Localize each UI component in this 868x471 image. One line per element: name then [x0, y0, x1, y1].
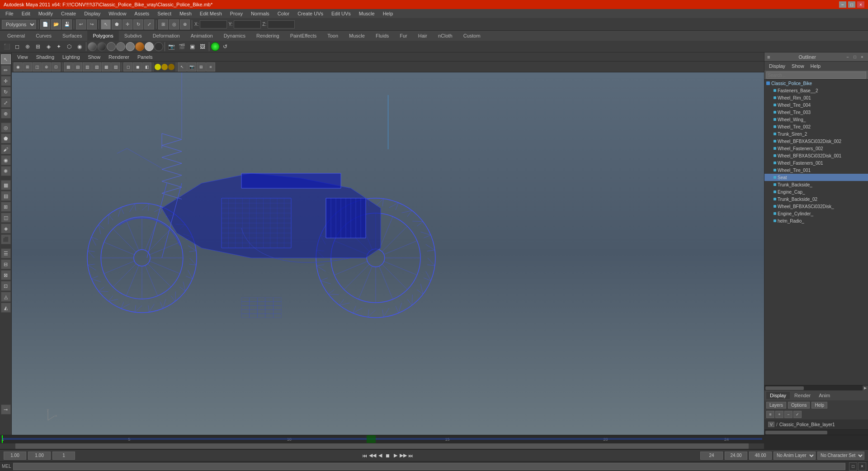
outliner-minimize[interactable]: −: [844, 54, 851, 60]
redo-btn[interactable]: ↪: [87, 19, 97, 29]
icon-select7[interactable]: ⬡: [64, 42, 74, 52]
tab-general[interactable]: General: [2, 31, 30, 41]
outliner-item-6[interactable]: Wheel_Tire_002: [764, 123, 868, 130]
menu-file[interactable]: File: [2, 10, 17, 17]
tab-custom[interactable]: Custom: [458, 31, 486, 41]
outliner-item-19[interactable]: helm_Radio_: [764, 217, 868, 224]
char-set-select[interactable]: No Character Set: [817, 452, 864, 460]
vp-menu-panels[interactable]: Panels: [134, 53, 156, 61]
outliner-item-12[interactable]: Wheel_Tire_001: [764, 167, 868, 174]
icon-cam1[interactable]: 📷: [166, 42, 176, 52]
menu-select[interactable]: Select: [154, 10, 175, 17]
outliner-item-4[interactable]: Wheel_Tire_003: [764, 109, 868, 116]
light-icon1[interactable]: [155, 64, 161, 70]
right-panel-hscroll[interactable]: [764, 429, 868, 435]
menu-proxy[interactable]: Proxy: [226, 10, 246, 17]
next-frame-btn[interactable]: ▶▶: [400, 452, 407, 459]
paint-btn[interactable]: 🖌: [1, 144, 11, 154]
uv-editor-btn[interactable]: ◫: [1, 213, 11, 223]
outliner-item-10[interactable]: Wheel_BFBXASCi032Disk_001: [764, 152, 868, 159]
vp-icon7[interactable]: ▤: [73, 62, 82, 71]
rotate-tool[interactable]: ↻: [133, 19, 143, 29]
mel-icon1[interactable]: □: [849, 462, 857, 471]
misc-btn4[interactable]: ⊡: [1, 281, 11, 291]
menu-muscle[interactable]: Muscle: [355, 10, 378, 17]
tab-curves[interactable]: Curves: [30, 31, 57, 41]
misc-btn1[interactable]: ☰: [1, 248, 11, 258]
outliner-item-17[interactable]: Wheel_BFBXASCi032Disk_: [764, 203, 868, 210]
icon-refresh[interactable]: ↺: [220, 42, 230, 52]
frame-end-input[interactable]: [700, 452, 723, 460]
light-sphere-icon[interactable]: [145, 42, 154, 51]
menu-mesh[interactable]: Mesh: [176, 10, 195, 17]
menu-modify[interactable]: Modify: [35, 10, 57, 17]
menu-edituvs[interactable]: Edit UVs: [328, 10, 354, 17]
workspace-select[interactable]: Polygons: [2, 20, 36, 29]
vp-icon6[interactable]: ▦: [64, 62, 73, 71]
outliner-float[interactable]: □: [852, 54, 858, 60]
outliner-item-7[interactable]: Trunk_Siren_2: [764, 130, 868, 138]
move-tool[interactable]: ✛: [123, 19, 132, 29]
snap-btn[interactable]: ⊸: [1, 404, 11, 414]
smooth-shade-icon[interactable]: [88, 42, 97, 51]
material-sphere-icon[interactable]: [135, 42, 144, 51]
vp-icon9[interactable]: ▧: [92, 62, 101, 71]
vp-icon10[interactable]: ▩: [102, 62, 111, 71]
tab-subdivs[interactable]: Subdivs: [119, 31, 147, 41]
icon-select6[interactable]: ✦: [54, 42, 64, 52]
tab-anim[interactable]: Anim: [815, 392, 834, 399]
tab-fluids[interactable]: Fluids: [370, 31, 394, 41]
menu-createuvs[interactable]: Create UVs: [294, 10, 327, 17]
sphere-icon2[interactable]: [116, 42, 125, 51]
outliner-menu-help[interactable]: Help: [808, 62, 824, 70]
menu-create[interactable]: Create: [57, 10, 80, 17]
light-icon3[interactable]: [168, 64, 175, 70]
rotate-btn[interactable]: ↻: [1, 87, 11, 97]
outliner-menu-display[interactable]: Display: [766, 62, 788, 70]
vp-icon2[interactable]: ⊞: [23, 62, 32, 71]
icon-select3[interactable]: ⊕: [23, 42, 33, 52]
outliner-hscroll[interactable]: ▶: [764, 385, 868, 390]
layers-tab[interactable]: Layers: [766, 402, 786, 409]
timeline[interactable]: 1 5 10 15 20 24: [0, 435, 764, 443]
layer-visibility[interactable]: V: [768, 422, 774, 427]
tab-deformation[interactable]: Deformation: [147, 31, 185, 41]
menu-color[interactable]: Color: [274, 10, 293, 17]
range-thumb[interactable]: [15, 443, 749, 449]
play-btn[interactable]: ▶: [392, 452, 399, 459]
vp-icon13[interactable]: ◼: [133, 62, 142, 71]
maximize-button[interactable]: □: [848, 1, 855, 8]
vp-icon-grid2[interactable]: ⊞: [197, 62, 206, 71]
mel-icon2[interactable]: ×: [858, 462, 866, 471]
anim-layer-select[interactable]: No Anim Layer: [774, 452, 816, 460]
scale-btn[interactable]: ⤢: [1, 98, 11, 108]
show-manipulator-btn[interactable]: ⊕: [1, 109, 11, 119]
icon-cam2[interactable]: 🎬: [177, 42, 187, 52]
new-scene-btn[interactable]: 📄: [40, 19, 50, 29]
outliner-item-seat[interactable]: Seat: [764, 174, 868, 181]
tab-toon[interactable]: Toon: [322, 31, 344, 41]
viewport-3d[interactable]: x y: [12, 72, 764, 435]
tab-render[interactable]: Render: [791, 392, 814, 399]
menu-window[interactable]: Window: [105, 10, 130, 17]
select-tool[interactable]: ↖: [101, 19, 111, 29]
vp-icon5[interactable]: ⊡: [52, 62, 61, 71]
dark-sphere-icon[interactable]: [154, 42, 163, 51]
mel-input[interactable]: [13, 463, 845, 470]
help-tab[interactable]: Help: [811, 402, 827, 409]
tab-hair[interactable]: Hair: [413, 31, 433, 41]
vp-icon11[interactable]: ▨: [111, 62, 120, 71]
outliner-item-5[interactable]: Wheel_Wing_: [764, 116, 868, 123]
layer-display-btn[interactable]: ▦: [1, 180, 11, 190]
layer-item-1[interactable]: V / Classic_Police_Bike_layer1: [766, 420, 866, 428]
soft-select-btn[interactable]: ◎: [1, 123, 11, 133]
menu-editmesh[interactable]: Edit Mesh: [196, 10, 226, 17]
hypershade-btn[interactable]: ◈: [1, 224, 11, 233]
menu-display[interactable]: Display: [80, 10, 104, 17]
outliner-item-15[interactable]: Engine_Cap_: [764, 188, 868, 195]
layer-icon-2[interactable]: +: [775, 411, 783, 418]
vp-menu-shading[interactable]: Shading: [33, 53, 58, 61]
time-current-input[interactable]: [28, 452, 51, 460]
layer-icon-4[interactable]: ✓: [793, 411, 802, 418]
prev-frame-btn[interactable]: ◀: [377, 452, 384, 459]
